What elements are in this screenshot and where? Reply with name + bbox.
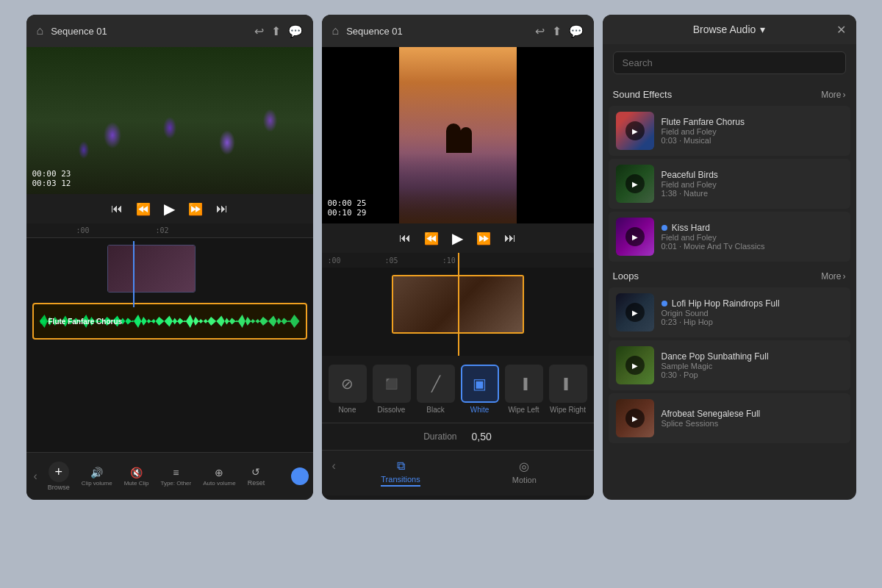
active-indicator	[291, 467, 309, 485]
middle-home-icon[interactable]: ⌂	[332, 24, 340, 37]
middle-skip-back[interactable]: ⏮	[399, 232, 411, 245]
play-overlay-birds[interactable]: ▶	[625, 174, 645, 193]
middle-play[interactable]: ▶	[452, 229, 463, 247]
browse-header: Browse Audio ▾ ✕	[603, 15, 856, 44]
close-button[interactable]: ✕	[836, 23, 846, 37]
search-input[interactable]	[613, 51, 846, 74]
duration-value: 0,50	[472, 431, 492, 442]
left-video-preview: 00:00 23 00:03 12	[26, 47, 313, 194]
undo-icon[interactable]: ↩	[254, 24, 264, 38]
home-icon[interactable]: ⌂	[37, 24, 44, 37]
transport-bar: ⏮ ⏪ ▶ ⏩ ⏭	[26, 194, 313, 223]
transition-white[interactable]: ▣ White	[461, 365, 499, 414]
play-overlay-flute[interactable]: ▶	[625, 121, 645, 140]
transition-wipe-right[interactable]: ▌ Wipe Right	[549, 365, 587, 414]
clip-volume-button[interactable]: 🔊 Clip volume	[77, 464, 117, 490]
play-overlay-lofi[interactable]: ▶	[625, 303, 645, 322]
time-display: 00:00 23 00:03 12	[32, 169, 71, 188]
middle-timeline: :00 :05 :10	[322, 253, 594, 356]
transition-none[interactable]: ⊘ None	[329, 365, 367, 414]
audio-meta-kiss: Field and Foley 0:01 · Movie And Tv Clas…	[662, 233, 843, 251]
comment-icon[interactable]: 💬	[288, 24, 303, 38]
loops-more-button[interactable]: More ›	[821, 271, 845, 282]
tab-transitions[interactable]: ⧉ Transitions	[339, 456, 462, 490]
left-header: ⌂ Sequence 01 ↩ ⬆ 💬	[26, 15, 313, 47]
type-button[interactable]: ≡ Type: Other	[156, 464, 196, 490]
audio-info-lofi: Lofi Hip Hop Raindrops Full Origin Sound…	[662, 298, 843, 326]
more-chevron-icon: ›	[843, 90, 846, 100]
browse-add-icon[interactable]: +	[49, 462, 69, 482]
audio-title-birds: Peaceful Birds	[662, 170, 843, 180]
middle-playhead	[458, 253, 459, 356]
audio-thumb-lofi: ▶	[616, 293, 654, 331]
middle-undo-icon[interactable]: ↩	[535, 24, 545, 38]
middle-video-preview: 00:00 25 00:10 29	[322, 47, 594, 223]
timeline-playhead	[133, 241, 135, 307]
play-overlay-kiss[interactable]: ▶	[625, 227, 645, 246]
audio-meta-lofi: Origin Sound 0:23 · Hip Hop	[662, 309, 843, 326]
bottom-tabs: ‹ ⧉ Transitions ◎ Motion	[322, 450, 594, 495]
audio-track[interactable]: ≋ Flute Fanfare Chorus	[32, 303, 307, 340]
right-panel: Browse Audio ▾ ✕ Sound Effects More › ▶ …	[603, 15, 856, 500]
audio-info-dance: Dance Pop Sunbathing Full Sample Magic 0…	[662, 351, 843, 379]
transition-dissolve[interactable]: ⬛ Dissolve	[373, 365, 411, 414]
browse-title: Browse Audio ▾	[693, 24, 766, 35]
audio-item-birds[interactable]: ▶ Peaceful Birds Field and Foley 1:38 · …	[609, 159, 850, 209]
auto-volume-button[interactable]: ⊕ Auto volume	[198, 464, 240, 490]
middle-nav-left[interactable]: ‹	[329, 456, 339, 490]
audio-item-flute[interactable]: ▶ Flute Fanfare Chorus Field and Foley 0…	[609, 106, 850, 156]
video-clip[interactable]	[107, 245, 196, 293]
audio-item-kiss[interactable]: ▶ Kiss Hard Field and Foley 0:01 · Movie…	[609, 212, 850, 262]
middle-panel: ⌂ Sequence 01 ↩ ⬆ 💬 00:00 25 00:10 29	[322, 15, 594, 500]
play-overlay-dance[interactable]: ▶	[625, 356, 645, 375]
skip-forward-button[interactable]: ⏭	[216, 202, 228, 215]
browse-button[interactable]: + Browse	[43, 459, 74, 494]
motion-tab-icon: ◎	[519, 459, 529, 473]
left-panel-title: Sequence 01	[51, 26, 246, 37]
transitions-grid: ⊘ None ⬛ Dissolve ╱ Black ▣ White	[322, 356, 594, 423]
duration-bar: Duration 0,50	[322, 423, 594, 450]
step-forward-button[interactable]: ⏩	[188, 202, 203, 216]
middle-skip-forward[interactable]: ⏭	[504, 232, 516, 245]
middle-step-back[interactable]: ⏪	[424, 232, 439, 245]
tab-motion[interactable]: ◎ Motion	[462, 456, 586, 490]
timeline-area: :00 :02 ≋ Flute Fanfare Chorus	[26, 223, 313, 452]
audio-title-lofi: Lofi Hip Hop Raindrops Full	[662, 298, 843, 309]
middle-transport: ⏮ ⏪ ▶ ⏩ ⏭	[322, 223, 594, 253]
sound-effects-more-button[interactable]: More ›	[821, 90, 845, 100]
share-icon[interactable]: ⬆	[271, 24, 281, 38]
mute-icon: 🔇	[130, 467, 143, 478]
sound-effects-section-header: Sound Effects More ›	[603, 82, 856, 104]
middle-comment-icon[interactable]: 💬	[569, 24, 584, 38]
middle-panel-title: Sequence 01	[346, 26, 527, 37]
audio-title-dance: Dance Pop Sunbathing Full	[662, 351, 843, 362]
audio-item-afro[interactable]: ▶ Afrobeat Senegalese Full Splice Sessio…	[609, 393, 850, 443]
middle-time-display: 00:00 25 00:10 29	[328, 198, 367, 218]
lofi-badge	[662, 301, 667, 306]
mute-button[interactable]: 🔇 Mute Clip	[120, 464, 154, 490]
transition-wipe-left[interactable]: ▐ Wipe Left	[505, 365, 543, 414]
play-button[interactable]: ▶	[164, 200, 175, 218]
type-icon: ≡	[173, 467, 179, 478]
loops-section-header: Loops More ›	[603, 263, 856, 286]
reset-button[interactable]: ↺ Reset	[243, 463, 270, 490]
auto-volume-icon: ⊕	[215, 467, 223, 478]
audio-thumb-dance: ▶	[616, 346, 654, 384]
nav-left-arrow[interactable]: ‹	[31, 467, 40, 486]
reset-icon: ↺	[251, 466, 260, 478]
audio-item-lofi[interactable]: ▶ Lofi Hip Hop Raindrops Full Origin Sou…	[609, 287, 850, 337]
middle-share-icon[interactable]: ⬆	[552, 24, 562, 38]
middle-step-forward[interactable]: ⏩	[476, 232, 491, 245]
step-back-button[interactable]: ⏪	[136, 202, 151, 216]
audio-meta-birds: Field and Foley 1:38 · Nature	[662, 180, 843, 198]
play-overlay-afro[interactable]: ▶	[625, 409, 645, 428]
audio-title-kiss: Kiss Hard	[662, 223, 843, 233]
skip-back-button[interactable]: ⏮	[111, 202, 123, 215]
audio-thumb-afro: ▶	[616, 399, 654, 437]
audio-item-dance[interactable]: ▶ Dance Pop Sunbathing Full Sample Magic…	[609, 340, 850, 390]
audio-thumb-flute: ▶	[616, 112, 654, 150]
kiss-badge	[662, 225, 667, 231]
transition-black[interactable]: ╱ Black	[417, 365, 455, 414]
bottom-toolbar: ‹ + Browse 🔊 Clip volume 🔇 Mute Clip ≡ T…	[26, 452, 313, 500]
audio-thumb-kiss: ▶	[616, 218, 654, 256]
